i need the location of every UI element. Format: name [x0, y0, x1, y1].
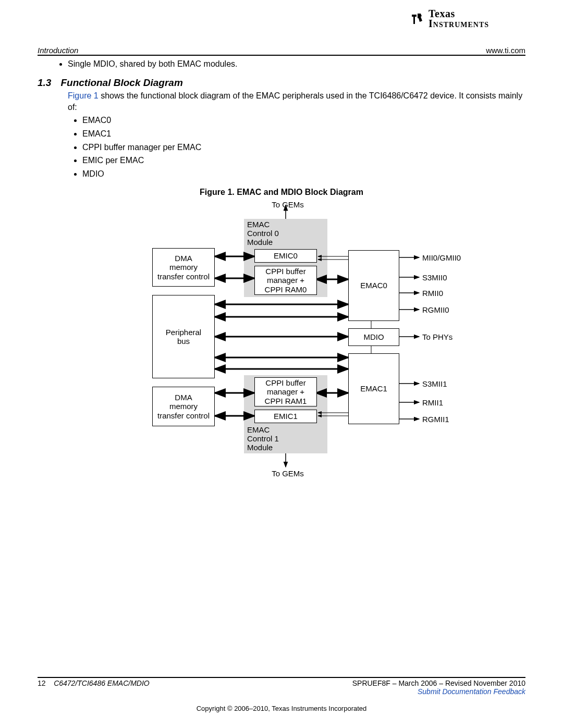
page-number: 12: [38, 679, 46, 687]
ti-logo-icon: [411, 13, 425, 26]
list-item: EMAC1: [82, 128, 525, 140]
emac-ctrl1-label: EMAC Control 1 Module: [247, 425, 310, 452]
section-title: Functional Block Diagram: [60, 77, 182, 88]
cppi0-box: CPPI buffer manager + CPPI RAM0: [254, 266, 317, 295]
emac-ctrl0-label: EMAC Control 0 Module: [247, 220, 310, 247]
dma1-box: DMA memory transfer control: [152, 387, 215, 426]
doc-revision: SPRUEF8F – March 2006 – Revised November…: [352, 679, 525, 687]
components-list: EMAC0 EMAC1 CPPI buffer manager per EMAC…: [82, 115, 525, 179]
bullet-single-mdio: Single MDIO, shared by both EMAC modules…: [68, 58, 525, 70]
list-item: CPPI buffer manager per EMAC: [82, 142, 525, 153]
sig-rmii0: RMII0: [422, 289, 443, 298]
logo-text-2: Instruments: [429, 18, 489, 29]
section-paragraph: Figure 1 shows the functional block diag…: [68, 90, 525, 113]
cppi1-box: CPPI buffer manager + CPPI RAM1: [254, 377, 317, 406]
emac0-box: EMAC0: [348, 250, 399, 321]
header-section: Introduction: [38, 46, 78, 55]
section-heading: 1.3Functional Block Diagram: [38, 77, 525, 89]
doc-title: C6472/TCI6486 EMAC/MDIO: [54, 679, 150, 687]
running-header: Introduction www.ti.com: [38, 46, 525, 56]
emic0-box: EMIC0: [254, 249, 317, 263]
sig-s3mii1: S3MII1: [422, 379, 447, 388]
sig-rgmii1: RGMII1: [422, 415, 449, 424]
sig-mii0: MII0/GMII0: [422, 253, 461, 262]
emic1-box: EMIC1: [254, 410, 317, 423]
sig-rgmii0: RGMII0: [422, 305, 449, 314]
sig-tophy: To PHYs: [422, 332, 452, 341]
sig-rmii1: RMII1: [422, 398, 443, 407]
paragraph-rest: shows the functional block diagram of th…: [68, 91, 522, 112]
emac1-box: EMAC1: [348, 353, 399, 424]
figure-1-link[interactable]: Figure 1: [68, 91, 99, 100]
section-number: 1.3: [38, 77, 51, 88]
to-gems-bottom: To GEMs: [267, 469, 309, 478]
list-item: EMIC per EMAC: [82, 155, 525, 166]
to-gems-top: To GEMs: [267, 200, 309, 209]
figure-caption: Figure 1. EMAC and MDIO Block Diagram: [38, 187, 525, 198]
mdio-box: MDIO: [348, 328, 399, 346]
page-footer: 12 C6472/TCI6486 EMAC/MDIO SPRUEF8F – Ma…: [38, 677, 525, 696]
dma0-box: DMA memory transfer control: [152, 248, 215, 287]
block-diagram: DMA memory transfer control Peripheral b…: [90, 201, 473, 493]
copyright: Copyright © 2006–2010, Texas Instruments…: [0, 705, 563, 712]
sig-s3mii0: S3MII0: [422, 273, 447, 282]
list-item: EMAC0: [82, 115, 525, 126]
ti-logo: Texas Instruments: [411, 9, 525, 29]
list-item: MDIO: [82, 168, 525, 180]
header-site: www.ti.com: [486, 46, 525, 55]
submit-feedback-link[interactable]: Submit Documentation Feedback: [418, 687, 525, 696]
prev-section-bullets: Single MDIO, shared by both EMAC modules…: [68, 58, 525, 70]
peripheral-bus-box: Peripheral bus: [152, 295, 215, 378]
